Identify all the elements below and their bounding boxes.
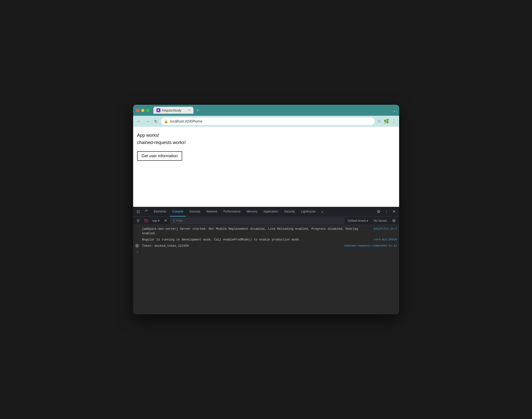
console-clear-icon[interactable]: 🚫 [143,218,150,223]
tab-network[interactable]: Network [204,207,220,216]
security-icon: 🔒 [164,119,168,123]
console-output: [webpack-dev-server] Server started: Hot… [133,225,399,314]
tab-sources[interactable]: Sources [187,207,203,216]
maximize-button[interactable] [146,109,149,112]
new-tab-button[interactable]: + [194,107,201,114]
console-log-token: 2 Token: mocked_token_123456 chained-req… [133,243,399,249]
no-issues-badge: No Issues [372,218,389,223]
tab-security[interactable]: Security [282,207,297,216]
tab-elements[interactable]: Elements [151,207,169,216]
console-eye-icon[interactable]: 👁 [163,218,169,223]
title-bar: A AngularStudy × + ⌄ [133,105,399,116]
default-levels-button[interactable]: Default levels ▾ [346,218,370,223]
console-log-token-link[interactable]: chained-requests.component.ts:21 [344,244,397,248]
minimize-button[interactable] [141,109,144,112]
app-line1: App works! [137,132,395,139]
console-log-token-text: Token: mocked_token_123456 [142,244,342,248]
app-line2: chained-requests works! [137,139,395,146]
traffic-lights [136,109,149,112]
context-arrow: ▾ [158,219,160,222]
devtools-close-icon[interactable]: ✕ [391,208,397,215]
url-text: localhost:4200/home [170,119,202,123]
tab-performance[interactable]: Performance [221,207,243,216]
active-tab[interactable]: A AngularStudy × [153,107,193,114]
devtools-device-icon[interactable]: 📱 [142,208,150,215]
console-log-badge: 2 [135,244,139,248]
console-log-angular-text: Angular is running in development mode. … [142,238,372,242]
context-label: top [153,219,157,222]
console-prompt[interactable] [133,249,399,252]
console-log-angular: Angular is running in development mode. … [133,237,399,243]
more-tabs-icon[interactable]: » [319,209,325,215]
devtools-more-icon[interactable]: ⋮ [383,208,390,215]
tab-close-button[interactable]: × [188,108,190,112]
avatar-button[interactable]: 🌿 [384,118,389,124]
bookmark-button[interactable]: ☆ [377,118,381,124]
forward-button[interactable]: → [145,118,151,124]
devtools-settings-icon[interactable]: ⚙ [375,208,382,215]
tab-memory[interactable]: Memory [244,207,260,216]
devtools-inspect-icon[interactable]: ⊡ [135,208,141,215]
get-user-information-button[interactable]: Get user information [137,151,182,161]
devtools-panel: ⊡ 📱 Elements Console Sources Network Per… [133,207,399,314]
url-bar[interactable]: 🔒 localhost:4200/home [161,118,375,125]
tab-application[interactable]: Application [261,207,281,216]
tab-favicon: A [156,108,160,112]
devtools-tab-bar: ⊡ 📱 Elements Console Sources Network Per… [133,207,399,216]
page-content: App works! chained-requests works! Get u… [133,127,399,207]
console-filter-bar[interactable]: ▽ [170,218,345,224]
console-log-webpack-text: [webpack-dev-server] Server started: Hot… [142,227,372,236]
tab-bar: A AngularStudy × + ⌄ [153,107,396,114]
console-sidebar-icon[interactable]: ☰ [135,218,141,223]
devtools-actions: ⚙ ⋮ ✕ [375,208,397,215]
address-actions: ☆ 🌿 ⋮ [377,118,396,124]
address-bar: ← → ↻ 🔒 localhost:4200/home ☆ 🌿 ⋮ [133,116,399,127]
filter-icon: ▽ [173,219,175,222]
tab-chevron-icon[interactable]: ⌄ [393,108,396,113]
browser-window: A AngularStudy × + ⌄ ← → ↻ 🔒 localhost:4… [133,105,399,314]
menu-button[interactable]: ⋮ [392,118,396,124]
tab-title: AngularStudy [162,108,181,112]
close-button[interactable] [136,109,139,112]
filter-input[interactable] [176,219,342,222]
console-context-selector[interactable]: top ▾ [151,218,161,223]
refresh-button[interactable]: ↻ [153,118,158,125]
console-log-angular-link[interactable]: core.mjs:25520 [374,238,397,242]
tab-console[interactable]: Console [170,207,186,216]
console-log-webpack-link[interactable]: polyfills.js:1 [374,227,397,231]
console-settings-icon[interactable]: ⚙ [391,217,397,224]
tab-lighthouse[interactable]: Lighthouse [299,207,318,216]
back-button[interactable]: ← [136,118,142,124]
console-toolbar: ☰ 🚫 top ▾ 👁 ▽ Default levels ▾ No Issues… [133,216,399,225]
console-log-webpack: [webpack-dev-server] Server started: Hot… [133,226,399,237]
